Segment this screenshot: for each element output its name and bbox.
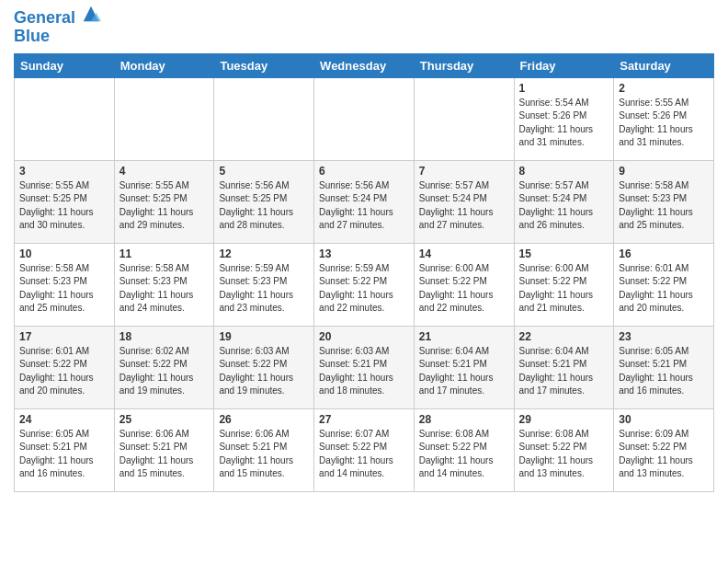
day-number: 14: [419, 247, 509, 260]
calendar-cell: 26Sunrise: 6:06 AM Sunset: 5:21 PM Dayli…: [214, 408, 314, 491]
day-number: 6: [319, 165, 409, 178]
day-info: Sunrise: 5:59 AM Sunset: 5:22 PM Dayligh…: [319, 262, 409, 316]
header: General Blue: [14, 9, 714, 46]
day-number: 2: [619, 82, 709, 95]
calendar-cell: 17Sunrise: 6:01 AM Sunset: 5:22 PM Dayli…: [15, 326, 115, 408]
day-info: Sunrise: 6:03 AM Sunset: 5:21 PM Dayligh…: [319, 345, 409, 398]
logo-icon: [81, 4, 101, 24]
day-number: 3: [19, 165, 109, 178]
day-number: 11: [119, 247, 210, 260]
day-info: Sunrise: 6:01 AM Sunset: 5:22 PM Dayligh…: [19, 345, 109, 398]
calendar-cell: 11Sunrise: 5:58 AM Sunset: 5:23 PM Dayli…: [114, 243, 214, 326]
day-info: Sunrise: 5:56 AM Sunset: 5:24 PM Dayligh…: [319, 179, 409, 233]
day-info: Sunrise: 6:03 AM Sunset: 5:22 PM Dayligh…: [219, 345, 309, 398]
day-number: 25: [119, 413, 210, 426]
day-info: Sunrise: 5:57 AM Sunset: 5:24 PM Dayligh…: [419, 179, 509, 233]
calendar-cell: 6Sunrise: 5:56 AM Sunset: 5:24 PM Daylig…: [314, 160, 415, 243]
day-number: 24: [19, 413, 109, 426]
day-info: Sunrise: 6:05 AM Sunset: 5:21 PM Dayligh…: [19, 428, 109, 481]
calendar-cell: 25Sunrise: 6:06 AM Sunset: 5:21 PM Dayli…: [114, 408, 214, 491]
weekday-header-sunday: Sunday: [15, 53, 115, 77]
day-number: 7: [419, 165, 509, 178]
weekday-header-saturday: Saturday: [614, 53, 714, 77]
calendar-week-3: 10Sunrise: 5:58 AM Sunset: 5:23 PM Dayli…: [15, 243, 714, 326]
day-number: 27: [319, 413, 409, 426]
calendar-cell: 21Sunrise: 6:04 AM Sunset: 5:21 PM Dayli…: [414, 326, 514, 408]
day-number: 16: [619, 247, 709, 260]
day-number: 30: [619, 413, 709, 426]
calendar-cell: 5Sunrise: 5:56 AM Sunset: 5:25 PM Daylig…: [214, 160, 314, 243]
day-info: Sunrise: 5:58 AM Sunset: 5:23 PM Dayligh…: [119, 262, 210, 316]
logo-text: General: [14, 9, 101, 28]
day-number: 13: [319, 247, 409, 260]
calendar-table: SundayMondayTuesdayWednesdayThursdayFrid…: [14, 53, 714, 492]
calendar-cell: 28Sunrise: 6:08 AM Sunset: 5:22 PM Dayli…: [414, 408, 514, 491]
weekday-header-wednesday: Wednesday: [314, 53, 415, 77]
day-number: 4: [119, 165, 210, 178]
day-number: 18: [119, 330, 210, 343]
day-info: Sunrise: 5:59 AM Sunset: 5:23 PM Dayligh…: [219, 262, 309, 316]
calendar-cell: 1Sunrise: 5:54 AM Sunset: 5:26 PM Daylig…: [514, 77, 614, 160]
calendar-week-4: 17Sunrise: 6:01 AM Sunset: 5:22 PM Dayli…: [15, 326, 714, 408]
calendar-week-5: 24Sunrise: 6:05 AM Sunset: 5:21 PM Dayli…: [15, 408, 714, 491]
calendar-cell: 12Sunrise: 5:59 AM Sunset: 5:23 PM Dayli…: [214, 243, 314, 326]
day-number: 19: [219, 330, 309, 343]
calendar-cell: 15Sunrise: 6:00 AM Sunset: 5:22 PM Dayli…: [514, 243, 614, 326]
calendar-cell: 19Sunrise: 6:03 AM Sunset: 5:22 PM Dayli…: [214, 326, 314, 408]
calendar-cell: 29Sunrise: 6:08 AM Sunset: 5:22 PM Dayli…: [514, 408, 614, 491]
calendar-cell: 3Sunrise: 5:55 AM Sunset: 5:25 PM Daylig…: [15, 160, 115, 243]
day-number: 17: [19, 330, 109, 343]
day-number: 29: [519, 413, 609, 426]
calendar-cell: 4Sunrise: 5:55 AM Sunset: 5:25 PM Daylig…: [114, 160, 214, 243]
day-number: 28: [419, 413, 509, 426]
calendar-header-row: SundayMondayTuesdayWednesdayThursdayFrid…: [15, 53, 714, 77]
day-number: 12: [219, 247, 309, 260]
calendar-cell: 24Sunrise: 6:05 AM Sunset: 5:21 PM Dayli…: [15, 408, 115, 491]
day-info: Sunrise: 6:02 AM Sunset: 5:22 PM Dayligh…: [119, 345, 210, 398]
logo-general: General: [14, 8, 75, 27]
day-info: Sunrise: 5:58 AM Sunset: 5:23 PM Dayligh…: [619, 179, 709, 233]
logo-area: General Blue: [14, 9, 101, 46]
calendar-cell: 2Sunrise: 5:55 AM Sunset: 5:26 PM Daylig…: [614, 77, 714, 160]
day-number: 23: [619, 330, 709, 343]
calendar-cell: [214, 77, 314, 160]
day-info: Sunrise: 5:57 AM Sunset: 5:24 PM Dayligh…: [519, 179, 609, 233]
day-info: Sunrise: 6:04 AM Sunset: 5:21 PM Dayligh…: [519, 345, 609, 398]
calendar-cell: 30Sunrise: 6:09 AM Sunset: 5:22 PM Dayli…: [614, 408, 714, 491]
day-number: 26: [219, 413, 309, 426]
day-info: Sunrise: 6:07 AM Sunset: 5:22 PM Dayligh…: [319, 428, 409, 481]
day-info: Sunrise: 5:54 AM Sunset: 5:26 PM Dayligh…: [519, 97, 609, 150]
day-info: Sunrise: 6:08 AM Sunset: 5:22 PM Dayligh…: [419, 428, 509, 481]
calendar-cell: 7Sunrise: 5:57 AM Sunset: 5:24 PM Daylig…: [414, 160, 514, 243]
calendar-cell: 8Sunrise: 5:57 AM Sunset: 5:24 PM Daylig…: [514, 160, 614, 243]
weekday-header-monday: Monday: [114, 53, 214, 77]
weekday-header-tuesday: Tuesday: [214, 53, 314, 77]
calendar-cell: 9Sunrise: 5:58 AM Sunset: 5:23 PM Daylig…: [614, 160, 714, 243]
day-number: 15: [519, 247, 609, 260]
day-info: Sunrise: 5:56 AM Sunset: 5:25 PM Dayligh…: [219, 179, 309, 233]
day-info: Sunrise: 6:06 AM Sunset: 5:21 PM Dayligh…: [219, 428, 309, 481]
day-number: 22: [519, 330, 609, 343]
day-info: Sunrise: 5:55 AM Sunset: 5:25 PM Dayligh…: [119, 179, 210, 233]
day-info: Sunrise: 5:58 AM Sunset: 5:23 PM Dayligh…: [19, 262, 109, 316]
calendar-cell: 23Sunrise: 6:05 AM Sunset: 5:21 PM Dayli…: [614, 326, 714, 408]
logo-blue: Blue: [14, 28, 101, 46]
calendar-cell: [314, 77, 415, 160]
calendar-cell: 13Sunrise: 5:59 AM Sunset: 5:22 PM Dayli…: [314, 243, 415, 326]
calendar-cell: 20Sunrise: 6:03 AM Sunset: 5:21 PM Dayli…: [314, 326, 415, 408]
calendar-week-2: 3Sunrise: 5:55 AM Sunset: 5:25 PM Daylig…: [15, 160, 714, 243]
day-number: 1: [519, 82, 609, 95]
day-info: Sunrise: 5:55 AM Sunset: 5:25 PM Dayligh…: [19, 179, 109, 233]
day-number: 9: [619, 165, 709, 178]
calendar-cell: 10Sunrise: 5:58 AM Sunset: 5:23 PM Dayli…: [15, 243, 115, 326]
calendar-cell: [15, 77, 115, 160]
day-number: 21: [419, 330, 509, 343]
day-info: Sunrise: 6:09 AM Sunset: 5:22 PM Dayligh…: [619, 428, 709, 481]
day-info: Sunrise: 6:06 AM Sunset: 5:21 PM Dayligh…: [119, 428, 210, 481]
calendar-cell: [114, 77, 214, 160]
day-info: Sunrise: 6:04 AM Sunset: 5:21 PM Dayligh…: [419, 345, 509, 398]
day-info: Sunrise: 6:00 AM Sunset: 5:22 PM Dayligh…: [419, 262, 509, 316]
day-info: Sunrise: 6:01 AM Sunset: 5:22 PM Dayligh…: [619, 262, 709, 316]
calendar-cell: 16Sunrise: 6:01 AM Sunset: 5:22 PM Dayli…: [614, 243, 714, 326]
calendar-cell: [414, 77, 514, 160]
